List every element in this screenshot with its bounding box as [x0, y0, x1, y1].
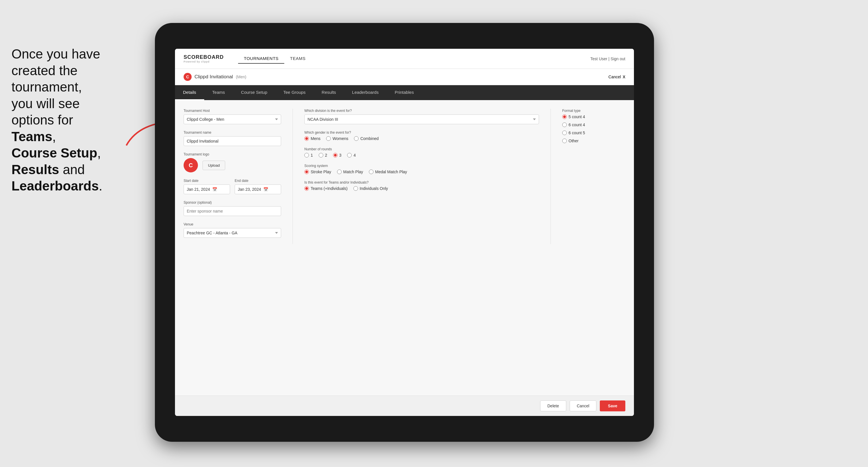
logo-title: SCOREBOARD [184, 54, 224, 60]
tournament-host-select[interactable]: Clippd College - Men [184, 115, 281, 124]
tab-tee-groups[interactable]: Tee Groups [275, 85, 314, 100]
tournament-host-label: Tournament Host [184, 109, 281, 113]
format-6count5[interactable]: 6 count 5 [562, 130, 625, 135]
logo-preview: C [184, 158, 198, 173]
rounds-2[interactable]: 2 [319, 153, 327, 157]
format-6count4[interactable]: 6 count 4 [562, 123, 625, 127]
save-button[interactable]: Save [600, 400, 625, 411]
main-content: Tournament Host Clippd College - Men Tou… [175, 100, 634, 396]
tab-teams[interactable]: Teams [204, 85, 233, 100]
upload-button[interactable]: Upload [203, 161, 225, 170]
form-col-mid: Which division is the event for? NCAA Di… [304, 109, 539, 244]
teams-group: Is this event for Teams and/or Individua… [304, 181, 539, 191]
rounds-4[interactable]: 4 [347, 153, 356, 157]
rounds-1-label: 1 [311, 153, 313, 157]
form-area: Tournament Host Clippd College - Men Tou… [184, 109, 625, 244]
teams-plus-individuals-radio[interactable] [304, 186, 309, 191]
rounds-radio-group: 1 2 3 4 [304, 153, 539, 157]
format-5count4[interactable]: 5 count 4 [562, 115, 625, 119]
tab-course-setup[interactable]: Course Setup [233, 85, 275, 100]
format-6count5-radio[interactable] [562, 130, 567, 135]
division-select[interactable]: NCAA Division III [304, 115, 539, 124]
bold-results: Results [11, 162, 59, 177]
end-date-group: End date Jan 23, 2024 📅 [235, 179, 281, 194]
teams-label: Is this event for Teams and/or Individua… [304, 181, 539, 184]
gender-mens-radio[interactable] [304, 136, 309, 141]
tab-details[interactable]: Details [175, 85, 204, 100]
bold-course-setup: Course Setup [11, 146, 97, 160]
rounds-3[interactable]: 3 [333, 153, 342, 157]
format-other-radio[interactable] [562, 138, 567, 143]
user-info[interactable]: Test User | Sign out [590, 57, 625, 61]
format-6count4-radio[interactable] [562, 123, 567, 127]
format-other-label: Other [568, 138, 579, 143]
scoring-match[interactable]: Match Play [337, 169, 363, 174]
scoring-stroke-label: Stroke Play [311, 169, 331, 174]
tournament-logo-group: Tournament logo C Upload [184, 152, 281, 173]
scoring-match-label: Match Play [343, 169, 363, 174]
tournament-name-group: Tournament name [184, 130, 281, 146]
tablet-screen: SCOREBOARD Powered by clippd TOURNAMENTS… [175, 49, 634, 416]
rounds-4-radio[interactable] [347, 153, 352, 157]
format-group: Format type 5 count 4 6 count 4 [562, 109, 625, 143]
rounds-1[interactable]: 1 [304, 153, 313, 157]
end-date-value: Jan 23, 2024 [238, 187, 261, 192]
rounds-4-label: 4 [353, 153, 356, 157]
nav-tournaments[interactable]: TOURNAMENTS [238, 54, 284, 64]
tab-bar: Details Teams Course Setup Tee Groups Re… [175, 85, 634, 100]
gender-combined-radio[interactable] [354, 136, 359, 141]
gender-womens[interactable]: Womens [326, 136, 348, 141]
tournament-name-input[interactable] [184, 136, 281, 146]
dates-row: Start date Jan 21, 2024 📅 End date Jan 2… [184, 179, 281, 200]
gender-mens[interactable]: Mens [304, 136, 320, 141]
form-col-left: Tournament Host Clippd College - Men Tou… [184, 109, 281, 244]
gender-mens-label: Mens [311, 136, 320, 141]
division-label: Which division is the event for? [304, 109, 539, 113]
rounds-2-radio[interactable] [319, 153, 323, 157]
individuals-only[interactable]: Individuals Only [353, 186, 388, 191]
scoring-stroke[interactable]: Stroke Play [304, 169, 331, 174]
venue-select[interactable]: Peachtree GC - Atlanta - GA [184, 228, 281, 238]
tournament-name-label: Tournament name [184, 130, 281, 134]
cancel-link[interactable]: Cancel X [609, 74, 625, 79]
scoring-medal-match-label: Medal Match Play [375, 169, 407, 174]
rounds-1-radio[interactable] [304, 153, 309, 157]
intro-text: Once you havecreated thetournament,you w… [0, 34, 135, 206]
breadcrumb-content: C Clippd Invitational (Men) [184, 73, 246, 81]
individuals-only-radio[interactable] [353, 186, 358, 191]
scoring-stroke-radio[interactable] [304, 169, 309, 174]
start-date-input[interactable]: Jan 21, 2024 📅 [184, 184, 230, 194]
format-5count4-radio[interactable] [562, 115, 567, 119]
scoring-match-radio[interactable] [337, 169, 342, 174]
gender-combined[interactable]: Combined [354, 136, 379, 141]
scoring-medal-match[interactable]: Medal Match Play [369, 169, 407, 174]
tab-results[interactable]: Results [313, 85, 344, 100]
division-group: Which division is the event for? NCAA Di… [304, 109, 539, 124]
format-5count4-label: 5 count 4 [568, 115, 585, 119]
tab-printables[interactable]: Printables [387, 85, 422, 100]
sponsor-input[interactable] [184, 206, 281, 216]
rounds-3-radio[interactable] [333, 153, 338, 157]
end-date-input[interactable]: Jan 23, 2024 📅 [235, 184, 281, 194]
end-date-label: End date [235, 179, 281, 183]
rounds-3-label: 3 [339, 153, 342, 157]
venue-label: Venue [184, 222, 281, 226]
teams-plus-individuals[interactable]: Teams (+Individuals) [304, 186, 348, 191]
format-6count5-label: 6 count 5 [568, 130, 585, 135]
format-other[interactable]: Other [562, 138, 625, 143]
gender-group: Which gender is the event for? Mens Wome… [304, 130, 539, 141]
logo-area: SCOREBOARD Powered by clippd [184, 54, 224, 63]
scoring-radio-group: Stroke Play Match Play Medal Match Play [304, 169, 539, 174]
nav-teams[interactable]: TEAMS [284, 54, 311, 64]
sponsor-group: Sponsor (optional) [184, 200, 281, 216]
logo-upload-area: C Upload [184, 158, 281, 173]
delete-button[interactable]: Delete [540, 400, 566, 411]
cancel-button[interactable]: Cancel [570, 400, 597, 411]
breadcrumb-bar: C Clippd Invitational (Men) Cancel X [175, 69, 634, 85]
format-label: Format type [562, 109, 625, 113]
gender-womens-radio[interactable] [326, 136, 331, 141]
teams-plus-individuals-label: Teams (+Individuals) [311, 186, 348, 191]
tab-leaderboards[interactable]: Leaderboards [344, 85, 387, 100]
rounds-group: Number of rounds 1 2 [304, 147, 539, 157]
scoring-medal-match-radio[interactable] [369, 169, 373, 174]
